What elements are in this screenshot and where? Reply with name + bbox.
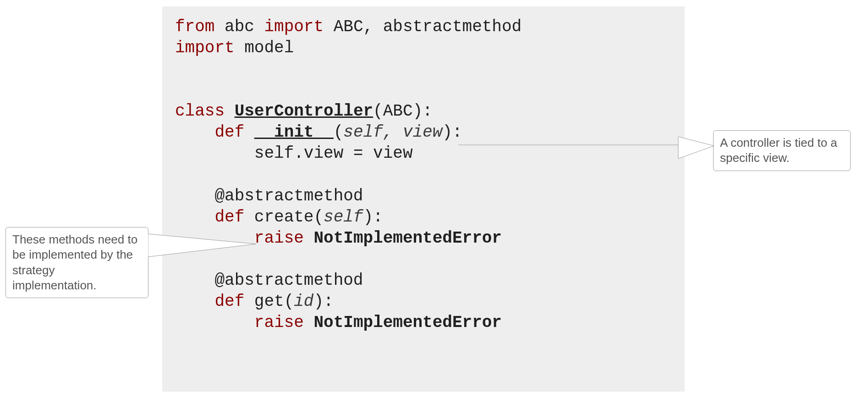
code-line-11: raise NotImplementedError <box>175 229 502 248</box>
callout-text: These methods need to be implemented by … <box>12 233 137 292</box>
params: self <box>324 208 363 227</box>
indent <box>175 271 214 290</box>
keyword-def: def <box>214 292 244 311</box>
space <box>225 102 235 121</box>
decorator: @abstractmethod <box>214 271 363 290</box>
paren: ): <box>442 123 462 142</box>
keyword-import: import <box>175 39 235 57</box>
error-class: NotImplementedError <box>313 313 501 332</box>
callout-controller-view: A controller is tied to a specific view. <box>713 130 851 171</box>
text: ): <box>363 208 383 227</box>
callout-text: A controller is tied to a specific view. <box>720 136 837 165</box>
text: (ABC): <box>373 102 433 121</box>
keyword-class: class <box>175 102 225 121</box>
indent <box>175 187 214 205</box>
indent <box>175 229 254 248</box>
callout-strategy-methods: These methods need to be implemented by … <box>5 227 148 298</box>
params: id <box>294 292 313 311</box>
text: model <box>235 39 294 57</box>
error-class: NotImplementedError <box>313 229 501 248</box>
text: self.view = view <box>254 144 413 163</box>
keyword-def: def <box>214 123 244 142</box>
space <box>304 313 314 332</box>
code-line-13: @abstractmethod <box>175 271 363 290</box>
keyword-import: import <box>264 17 324 36</box>
text: get( <box>244 292 294 311</box>
keyword-from: from <box>175 17 214 36</box>
decorator: @abstractmethod <box>214 187 363 205</box>
text: ABC, abstractmethod <box>324 17 522 36</box>
code-line-9: @abstractmethod <box>175 187 363 205</box>
text: create( <box>244 208 324 227</box>
code-line-14: def get(id): <box>175 292 334 311</box>
indent <box>175 144 254 163</box>
indent <box>175 208 214 227</box>
code-line-15: raise NotImplementedError <box>175 313 502 332</box>
space <box>304 229 314 248</box>
code-line-10: def create(self): <box>175 208 383 227</box>
indent <box>175 123 214 142</box>
keyword-def: def <box>214 208 244 227</box>
space <box>244 123 254 142</box>
code-line-2: import model <box>175 39 294 57</box>
code-line-5: class UserController(ABC): <box>175 102 433 121</box>
keyword-raise: raise <box>254 229 304 248</box>
params: self, view <box>343 123 442 142</box>
code-line-1: from abc import ABC, abstractmethod <box>175 17 522 36</box>
text: abc <box>214 17 264 36</box>
code-line-7: self.view = view <box>175 144 412 163</box>
indent <box>175 292 214 311</box>
keyword-raise: raise <box>254 313 304 332</box>
indent <box>175 313 254 332</box>
diagram-stage: from abc import ABC, abstractmethod impo… <box>0 0 868 410</box>
code-block: from abc import ABC, abstractmethod impo… <box>162 6 685 392</box>
paren: ( <box>334 123 344 142</box>
method-init: __init__ <box>254 123 334 142</box>
class-name: UserController <box>235 102 373 121</box>
code-line-6: def __init__(self, view): <box>175 123 462 142</box>
text: ): <box>313 292 333 311</box>
